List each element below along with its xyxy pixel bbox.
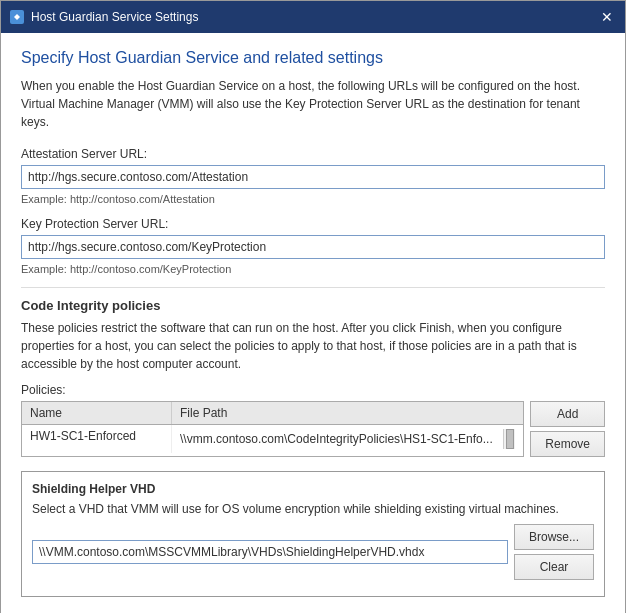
- policies-table: Name File Path HW1-SC1-Enforced \\vmm.co…: [21, 401, 524, 457]
- vhd-description: Select a VHD that VMM will use for OS vo…: [32, 502, 594, 516]
- cell-filepath: \\vmm.contoso.com\CodeIntegrityPolicies\…: [180, 432, 503, 446]
- vhd-path-input[interactable]: [32, 540, 508, 564]
- browse-button[interactable]: Browse...: [514, 524, 594, 550]
- code-integrity-title: Code Integrity policies: [21, 298, 605, 313]
- dialog-window: Host Guardian Service Settings ✕ Specify…: [0, 0, 626, 613]
- page-description: When you enable the Host Guardian Servic…: [21, 77, 605, 131]
- page-heading: Specify Host Guardian Service and relate…: [21, 49, 605, 67]
- window-icon: [9, 9, 25, 25]
- table-buttons: Add Remove: [530, 401, 605, 457]
- title-bar: Host Guardian Service Settings ✕: [1, 1, 625, 33]
- key-protection-example: Example: http://contoso.com/KeyProtectio…: [21, 263, 605, 275]
- policies-label: Policies:: [21, 383, 605, 397]
- attestation-example: Example: http://contoso.com/Attestation: [21, 193, 605, 205]
- table-scrollbar[interactable]: [503, 429, 515, 449]
- key-protection-input[interactable]: [21, 235, 605, 259]
- clear-button[interactable]: Clear: [514, 554, 594, 580]
- remove-button[interactable]: Remove: [530, 431, 605, 457]
- vhd-action-buttons: Browse... Clear: [514, 524, 594, 580]
- close-button[interactable]: ✕: [597, 7, 617, 27]
- vhd-title: Shielding Helper VHD: [32, 482, 594, 496]
- table-row[interactable]: HW1-SC1-Enforced \\vmm.contoso.com\CodeI…: [22, 425, 523, 453]
- vhd-section: Shielding Helper VHD Select a VHD that V…: [21, 471, 605, 597]
- attestation-label: Attestation Server URL:: [21, 147, 605, 161]
- scrollbar-thumb: [506, 429, 514, 449]
- attestation-input[interactable]: [21, 165, 605, 189]
- window-title: Host Guardian Service Settings: [31, 10, 597, 24]
- key-protection-label: Key Protection Server URL:: [21, 217, 605, 231]
- cell-name: HW1-SC1-Enforced: [22, 425, 172, 453]
- add-button[interactable]: Add: [530, 401, 605, 427]
- column-header-name: Name: [22, 402, 172, 424]
- code-integrity-description: These policies restrict the software tha…: [21, 319, 605, 373]
- table-header: Name File Path: [22, 402, 523, 425]
- column-header-filepath: File Path: [172, 402, 523, 424]
